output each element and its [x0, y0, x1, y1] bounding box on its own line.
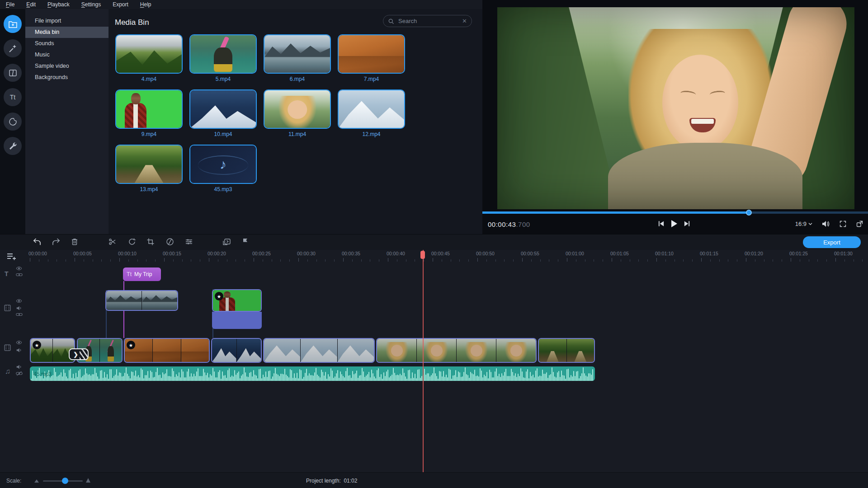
export-button[interactable]: Export [803, 236, 861, 248]
timeline-ruler[interactable]: 00:00:0000:00:0500:00:1000:00:1500:00:20… [0, 250, 868, 262]
media-item-4-mp4[interactable]: 4.mp4 [115, 34, 183, 82]
nav-item-backgrounds[interactable]: Backgrounds [25, 72, 108, 83]
overlay-clip-lake[interactable] [105, 290, 178, 311]
video-clip-7[interactable] [538, 338, 595, 363]
media-item-6-mp4[interactable]: 6.mp4 [264, 34, 331, 82]
waveform-bar [82, 376, 83, 381]
cut-button[interactable] [108, 238, 118, 247]
overlay-track-visibility-icon[interactable] [16, 298, 22, 304]
filters-button[interactable] [4, 39, 22, 57]
nav-item-media-bin[interactable]: Media bin [25, 27, 108, 38]
detach-player-button[interactable] [856, 220, 863, 228]
title-clip-my-trip[interactable]: Tt My Trip [123, 267, 161, 281]
rotate-button[interactable] [128, 238, 137, 247]
fullscreen-button[interactable] [839, 220, 847, 228]
overlay-clip-greenscreen[interactable]: ★ [212, 289, 262, 312]
title-track-visibility-icon[interactable] [16, 265, 22, 272]
clear-search-icon[interactable]: ✕ [462, 18, 467, 24]
waveform-bar [170, 376, 171, 381]
crop-button[interactable] [146, 238, 156, 247]
delete-button[interactable] [71, 238, 80, 247]
video-editor-app: FileEditPlaybackSettingsExportHelp Tt Fi… [0, 0, 868, 488]
marker-button[interactable] [241, 238, 250, 247]
waveform-bar [508, 376, 509, 381]
more-tools-button[interactable] [4, 137, 22, 155]
seek-knob[interactable] [746, 210, 752, 216]
color-adjustments-button[interactable] [166, 238, 175, 247]
zoom-out-icon[interactable] [34, 479, 39, 483]
media-item-9-mp4[interactable]: 9.mp4 [115, 89, 183, 137]
waveform-bar [180, 377, 181, 381]
media-item-12-mp4[interactable]: 12.mp4 [338, 89, 405, 137]
audio-clip-45mp3[interactable]: 45.mp3 [30, 366, 595, 381]
video-track-mute-icon[interactable] [16, 347, 22, 353]
media-import-button[interactable] [4, 15, 22, 33]
media-item-10-mp4[interactable]: 10.mp4 [189, 89, 257, 137]
clip-frame [236, 339, 261, 362]
playhead-handle[interactable] [420, 251, 425, 259]
overlay-track-mute-icon[interactable] [16, 305, 22, 311]
add-track-icon[interactable] [6, 253, 16, 261]
waveform-bar [94, 368, 95, 381]
menu-export[interactable]: Export [107, 0, 134, 9]
video-clip-5[interactable] [263, 338, 375, 363]
waveform-bar [476, 376, 476, 381]
search-input[interactable]: Search ✕ [383, 15, 472, 27]
nav-item-sounds[interactable]: Sounds [25, 38, 108, 49]
video-clip-4[interactable] [211, 338, 262, 363]
menu-settings[interactable]: Settings [75, 0, 107, 9]
nav-item-sample-video[interactable]: Sample video [25, 61, 108, 72]
media-item-45-mp3[interactable]: 45.mp3 [189, 145, 257, 192]
undo-button[interactable] [33, 238, 42, 247]
previous-frame-button[interactable] [658, 220, 665, 227]
stickers-button[interactable] [4, 113, 22, 131]
nav-item-music[interactable]: Music [25, 49, 108, 61]
waveform-bar [130, 378, 131, 381]
playhead-line[interactable] [423, 250, 424, 472]
seek-bar[interactable] [482, 211, 868, 214]
nav-item-file-import[interactable]: File import [25, 15, 108, 27]
media-item-11-mp4[interactable]: 11.mp4 [264, 89, 331, 137]
aspect-ratio-dropdown[interactable]: 16:9 [795, 221, 812, 227]
media-item-13-mp4[interactable]: 13.mp4 [115, 145, 183, 192]
audio-track-mute-icon[interactable] [16, 364, 22, 370]
scale-slider-knob[interactable] [62, 478, 68, 484]
video-track-visibility-icon[interactable] [16, 339, 22, 346]
title-track-link-icon[interactable] [16, 272, 23, 277]
audio-thumb-art [190, 145, 256, 183]
menu-help[interactable]: Help [134, 0, 157, 9]
video-clip-3[interactable]: ★ [124, 338, 210, 363]
clip-properties-button[interactable] [185, 238, 194, 247]
transitions-button[interactable] [4, 64, 22, 82]
overlay-track-link-icon[interactable] [16, 312, 23, 317]
waveform-bar [183, 371, 184, 381]
volume-button[interactable] [821, 220, 830, 228]
clip-frame [212, 339, 236, 362]
menu-file[interactable]: File [0, 0, 20, 9]
clip-frame-art [496, 339, 536, 362]
overlay-button[interactable] [222, 238, 231, 247]
next-frame-button[interactable] [684, 220, 690, 227]
waveform-bar [436, 376, 437, 381]
audio-track-unlink-icon[interactable] [16, 371, 23, 376]
waveform-bar [410, 378, 411, 381]
waveform-bar [212, 368, 213, 381]
overlay-clip-audio-part[interactable] [212, 312, 262, 329]
media-item-5-mp4[interactable]: 5.mp4 [189, 34, 257, 82]
clip-frame-art [457, 339, 496, 362]
play-button[interactable] [670, 220, 678, 228]
waveform-bar [444, 377, 445, 381]
menu-edit[interactable]: Edit [20, 0, 42, 9]
transition-badge[interactable]: ❯ [69, 348, 89, 360]
zoom-in-icon[interactable] [86, 478, 90, 483]
video-clip-6[interactable] [376, 338, 537, 363]
ruler-label: 00:00:55 [521, 251, 539, 256]
media-item-7-mp4[interactable]: 7.mp4 [338, 34, 405, 82]
video-clip-1[interactable]: ★ [30, 338, 75, 363]
titles-button[interactable]: Tt [4, 88, 22, 106]
menu-playback[interactable]: Playback [42, 0, 75, 9]
waveform-bar [571, 375, 571, 381]
waveform-bar [240, 378, 241, 381]
ruler-label: 00:01:00 [566, 251, 584, 256]
redo-button[interactable] [52, 238, 61, 247]
